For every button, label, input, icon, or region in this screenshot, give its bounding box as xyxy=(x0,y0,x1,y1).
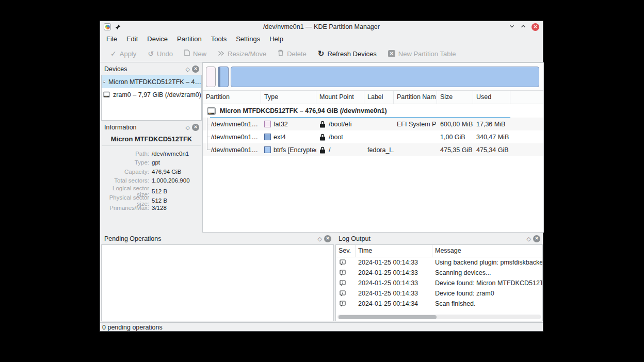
menu-partition[interactable]: Partition xyxy=(172,34,206,44)
float-panel-icon[interactable]: ◇ xyxy=(525,236,533,242)
mount-point: /boot xyxy=(329,134,343,141)
pending-operations-title: Pending Operations xyxy=(104,235,162,242)
float-panel-icon[interactable]: ◇ xyxy=(184,124,192,131)
log-row[interactable]: 2024-01-25 00:14:33 Device found: Micron… xyxy=(336,278,542,288)
menu-edit[interactable]: Edit xyxy=(122,34,142,44)
window-title: /dev/nvme0n1 — KDE Partition Manager xyxy=(100,23,543,30)
filesystem-color-swatch xyxy=(264,121,271,127)
filesystem-type: ext4 xyxy=(273,134,286,141)
partition-row[interactable]: /dev/nvme0n1… btrfs [Encrypted] / fedora… xyxy=(203,143,543,156)
close-panel-icon[interactable]: ✕ xyxy=(533,235,540,242)
hard-drive-icon xyxy=(103,77,105,86)
info-severity-icon xyxy=(336,299,356,309)
pending-operations-count: 0 pending operations xyxy=(102,324,163,331)
column-header-label[interactable]: Label xyxy=(364,91,394,104)
partition-size: 600,00 MiB xyxy=(440,121,473,128)
log-row[interactable]: 2024-01-25 00:14:33 Scanning devices... xyxy=(336,268,542,278)
log-message: Using backend plugin: pmsfdiskbackend xyxy=(432,257,542,268)
partition-view: Partition Type Mount Point Label Partiti… xyxy=(202,62,544,233)
device-list-item[interactable]: Micron MTFDKCD512TFK – 4… xyxy=(102,75,201,88)
menu-help[interactable]: Help xyxy=(265,34,288,44)
kde-partition-manager-window: /dev/nvme0n1 — KDE Partition Manager ✕ F… xyxy=(100,21,543,332)
tree-branch xyxy=(204,143,211,156)
float-panel-icon[interactable]: ◇ xyxy=(316,236,324,242)
new-partition-table-icon: ✕ xyxy=(388,50,395,57)
tree-branch xyxy=(204,130,211,143)
column-header-severity[interactable]: Sev. xyxy=(336,245,356,257)
column-header-time[interactable]: Time xyxy=(356,245,432,257)
undo-icon: ↺ xyxy=(148,50,154,58)
column-header-type[interactable]: Type xyxy=(261,91,316,104)
information-panel: Information ◇ ✕ Micron MTFDKCD512TFK Pat… xyxy=(101,122,202,233)
pin-icon[interactable] xyxy=(115,24,121,30)
log-time: 2024-01-25 00:14:33 xyxy=(356,288,432,299)
column-header-partition-name[interactable]: Partition Nam xyxy=(394,91,437,104)
new-file-icon xyxy=(184,50,190,58)
partition-name: EFI System P… xyxy=(397,121,437,128)
log-row[interactable]: 2024-01-25 00:14:33 Device found: zram0 xyxy=(336,288,542,299)
log-row[interactable]: 2024-01-25 00:14:34 Scan finished. xyxy=(336,299,542,309)
partition-used: 475,34 GiB xyxy=(476,146,509,154)
information-panel-title: Information xyxy=(104,124,137,131)
partition-block-btrfs[interactable] xyxy=(231,67,539,87)
lock-icon xyxy=(319,121,326,128)
column-header-mount-point[interactable]: Mount Point xyxy=(316,91,364,104)
lock-icon xyxy=(319,134,326,141)
log-message: Scan finished. xyxy=(432,299,542,309)
log-output-title: Log Output xyxy=(339,235,371,242)
column-header-used[interactable]: Used xyxy=(473,91,510,104)
partition-used: 340,47 MiB xyxy=(476,134,509,141)
resize-move-icon xyxy=(218,50,224,58)
horizontal-scrollbar[interactable] xyxy=(337,315,541,319)
titlebar[interactable]: /dev/nvme0n1 — KDE Partition Manager ✕ xyxy=(100,21,543,32)
close-panel-icon[interactable]: ✕ xyxy=(192,124,199,131)
partition-path: /dev/nvme0n1… xyxy=(211,121,258,128)
column-header-size[interactable]: Size xyxy=(437,91,473,104)
info-value: 512 B xyxy=(152,188,202,194)
log-output-panel: Log Output ◇ ✕ Sev. Time Message 2024-01… xyxy=(335,233,543,322)
pending-operations-panel: Pending Operations ◇ ✕ xyxy=(101,233,334,322)
float-panel-icon[interactable]: ◇ xyxy=(184,66,192,73)
partition-block-fat32[interactable] xyxy=(206,67,216,87)
info-value: 512 B xyxy=(152,198,202,204)
menu-settings[interactable]: Settings xyxy=(231,34,265,44)
close-panel-icon[interactable]: ✕ xyxy=(192,65,199,73)
column-header-message[interactable]: Message xyxy=(432,245,542,257)
log-time: 2024-01-25 00:14:34 xyxy=(356,299,432,309)
partition-block-ext4[interactable] xyxy=(218,67,229,87)
device-label: zram0 – 7,97 GiB (/dev/zram0) xyxy=(113,91,201,98)
hard-drive-icon xyxy=(103,90,110,99)
log-row[interactable]: 2024-01-25 00:14:33 Using backend plugin… xyxy=(336,257,542,268)
partition-row[interactable]: /dev/nvme0n1… ext4 /boot 1,00 GiB 340,47… xyxy=(203,130,543,143)
info-label: Total sectors: xyxy=(101,177,152,184)
info-severity-icon xyxy=(336,278,356,288)
column-header-partition[interactable]: Partition xyxy=(203,91,261,104)
info-value: gpt xyxy=(152,159,202,166)
devices-panel-title: Devices xyxy=(104,65,127,73)
device-label: Micron MTFDKCD512TFK – 4… xyxy=(108,78,201,86)
device-row[interactable]: Micron MTFDKCD512TFK – 476,94 GiB (/dev/… xyxy=(203,104,543,118)
close-icon[interactable]: ✕ xyxy=(532,23,539,31)
menu-device[interactable]: Device xyxy=(142,34,172,44)
menu-file[interactable]: File xyxy=(102,34,122,44)
devices-panel: Devices ◇ ✕ Micron MTFDKCD512TFK – 4… zr… xyxy=(101,63,202,121)
resize-move-button: Resize/Move xyxy=(218,50,266,58)
app-icon[interactable] xyxy=(104,23,111,30)
info-value: 1.000.206.900 xyxy=(152,177,202,184)
log-message: Scanning devices... xyxy=(432,268,542,278)
check-icon: ✓ xyxy=(110,50,117,58)
scrollbar-thumb[interactable] xyxy=(339,315,437,319)
partition-size: 1,00 GiB xyxy=(440,134,465,141)
maximize-icon[interactable] xyxy=(520,23,526,31)
refresh-devices-button[interactable]: ↻ Refresh Devices xyxy=(318,49,377,58)
minimize-icon[interactable] xyxy=(509,23,515,31)
close-panel-icon[interactable]: ✕ xyxy=(324,235,331,242)
partition-size: 475,35 GiB xyxy=(440,146,473,154)
log-time: 2024-01-25 00:14:33 xyxy=(356,268,432,278)
partition-path: /dev/nvme0n1… xyxy=(211,146,258,154)
device-list-item[interactable]: zram0 – 7,97 GiB (/dev/zram0) xyxy=(102,88,201,101)
menu-tools[interactable]: Tools xyxy=(206,34,231,44)
partition-row[interactable]: /dev/nvme0n1… fat32 /boot/efi EFI System… xyxy=(203,118,543,130)
info-label: Path: xyxy=(101,151,152,157)
mount-point: / xyxy=(329,146,330,154)
